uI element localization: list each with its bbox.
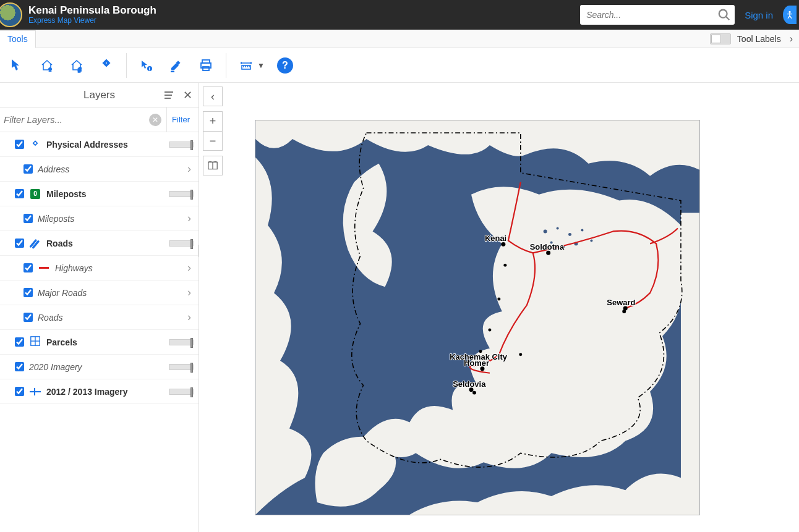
opacity-slider[interactable] — [169, 364, 194, 370]
layer-icon — [29, 237, 41, 250]
home-hash-tool[interactable]: # — [62, 53, 92, 78]
svg-point-38 — [519, 353, 522, 356]
help-button[interactable]: ? — [277, 57, 293, 74]
layer-row-mr[interactable]: Major Roads› — [0, 281, 199, 305]
map-column: ‹ + − — [199, 83, 799, 532]
layer-checkbox[interactable] — [15, 239, 24, 248]
chevron-right-icon[interactable]: › — [185, 163, 194, 175]
print-tool[interactable] — [191, 53, 221, 78]
layer-icon — [29, 386, 41, 398]
chevron-right-icon[interactable]: › — [787, 33, 795, 44]
layer-checkbox[interactable] — [15, 387, 24, 396]
chevron-right-icon[interactable]: › — [185, 311, 194, 324]
app-header: Kenai Peninsula Borough Express Map View… — [0, 0, 799, 30]
svg-point-40 — [472, 391, 476, 395]
opacity-slider[interactable] — [169, 141, 194, 148]
layer-label: Roads — [46, 239, 73, 248]
layer-icon — [38, 262, 50, 274]
tab-tools[interactable]: Tools — [0, 30, 36, 48]
layer-row-phys[interactable]: Physical Addresses — [0, 132, 199, 157]
close-icon[interactable]: ✕ — [180, 88, 195, 103]
opacity-slider[interactable] — [169, 191, 194, 197]
chevron-right-icon[interactable]: › — [185, 212, 194, 225]
search-input[interactable] — [586, 10, 717, 20]
collapse-panel-button[interactable]: ‹ — [203, 87, 223, 106]
global-search[interactable] — [580, 5, 735, 25]
cursor-info-tool[interactable]: i — [132, 53, 161, 78]
layer-row-mp[interactable]: 0Mileposts — [0, 182, 199, 206]
layer-row-addr[interactable]: Address› — [0, 157, 199, 182]
layer-row-parc[interactable]: Parcels — [0, 330, 199, 355]
search-icon[interactable] — [717, 8, 731, 22]
layer-label: Physical Addresses — [46, 140, 128, 150]
svg-text:i: i — [149, 67, 150, 71]
city-label-kenai: Kenai — [485, 234, 506, 243]
zoom-out-button[interactable]: − — [203, 131, 223, 151]
layer-icon — [29, 336, 41, 348]
svg-point-0 — [719, 10, 727, 18]
layer-checkbox[interactable] — [15, 189, 24, 198]
tool-labels-label: Tool Labels — [737, 34, 781, 44]
filter-button[interactable]: Filter — [166, 108, 195, 132]
tools-menubar: Tools Tool Labels › — [0, 30, 799, 48]
layer-label: Parcels — [46, 337, 77, 347]
city-label-soldotna: Soldotna — [530, 242, 565, 251]
svg-point-35 — [497, 298, 500, 301]
clear-filter-icon[interactable]: ✕ — [149, 114, 161, 126]
svg-point-23 — [581, 229, 583, 231]
layer-label: Roads — [38, 313, 62, 323]
svg-line-1 — [726, 17, 730, 20]
pin-tool[interactable] — [92, 53, 121, 78]
layer-label: Mileposts — [38, 214, 74, 224]
tool-labels-toggle[interactable] — [710, 33, 731, 44]
layer-row-img12[interactable]: 2012 / 2013 Imagery — [0, 379, 199, 404]
opacity-slider[interactable] — [169, 339, 194, 345]
svg-point-36 — [488, 328, 491, 331]
opacity-slider[interactable] — [169, 389, 194, 395]
layer-label: 2020 Imagery — [29, 362, 82, 372]
svg-point-5 — [105, 62, 108, 64]
svg-point-22 — [568, 233, 571, 236]
city-label-seward: Seward — [607, 298, 635, 307]
layer-checkbox[interactable] — [24, 214, 33, 223]
org-logo — [0, 2, 22, 27]
map-canvas[interactable]: KenaiSoldotnaSewardKachemak CityHomerSel… — [255, 120, 700, 515]
layer-row-mpc[interactable]: Mileposts› — [0, 206, 199, 231]
layer-row-hw[interactable]: Highways› — [0, 256, 199, 281]
layer-checkbox[interactable] — [15, 140, 24, 149]
home-user-tool[interactable] — [32, 53, 62, 78]
accessibility-icon[interactable] — [783, 6, 797, 24]
layer-label: Mileposts — [46, 189, 87, 199]
signin-link[interactable]: Sign in — [745, 10, 773, 20]
toolbar: # i ▼ ? — [0, 48, 799, 83]
opacity-slider[interactable] — [169, 240, 194, 247]
layer-checkbox[interactable] — [15, 362, 24, 371]
chevron-right-icon[interactable]: › — [185, 261, 194, 274]
svg-text:#: # — [78, 67, 82, 73]
panel-menu-icon[interactable] — [161, 88, 176, 103]
measure-tool[interactable] — [231, 53, 261, 78]
layer-row-roads[interactable]: Roads — [0, 231, 199, 256]
layer-checkbox[interactable] — [15, 337, 24, 347]
layer-filter-input[interactable] — [4, 112, 144, 127]
layer-checkbox[interactable] — [24, 263, 33, 272]
edit-layer-tool[interactable] — [161, 53, 191, 78]
layer-icon — [29, 138, 41, 151]
app-subtitle[interactable]: Express Map Viewer — [28, 17, 156, 25]
layer-checkbox[interactable] — [24, 288, 33, 297]
bookmarks-button[interactable] — [203, 156, 223, 175]
app-titles: Kenai Peninsula Borough Express Map View… — [28, 4, 156, 25]
layer-row-img20[interactable]: 2020 Imagery — [0, 355, 199, 379]
layer-checkbox[interactable] — [24, 313, 33, 322]
zoom-in-button[interactable]: + — [203, 111, 223, 131]
city-label-seldovia: Seldovia — [453, 379, 486, 389]
chevron-down-icon[interactable]: ▼ — [257, 61, 270, 70]
layer-row-rd[interactable]: Roads› — [0, 305, 199, 330]
panel-title: Layers — [83, 89, 115, 101]
layer-checkbox[interactable] — [24, 164, 33, 174]
identify-tool[interactable] — [2, 53, 32, 78]
layers-panel: Layers ✕ ✕ Filter Physical AddressesAddr… — [0, 83, 199, 532]
svg-point-16 — [34, 142, 36, 144]
chevron-right-icon[interactable]: › — [185, 286, 194, 299]
layer-list: Physical AddressesAddress›0MilepostsMile… — [0, 132, 199, 532]
